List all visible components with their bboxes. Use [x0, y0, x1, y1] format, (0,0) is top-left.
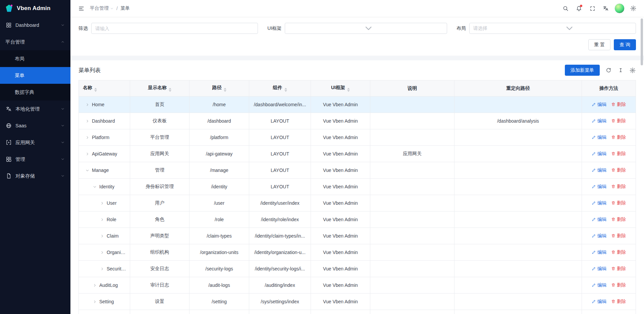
- expand-icon[interactable]: [85, 119, 90, 123]
- edit-button[interactable]: 编辑: [592, 102, 606, 108]
- redirect-cell: [454, 211, 582, 228]
- framework-cell: Vue Vben Admin: [311, 211, 370, 228]
- component-cell: /auditing/index: [249, 277, 311, 294]
- delete-button[interactable]: 删除: [611, 118, 626, 124]
- menu-fold-icon[interactable]: [75, 2, 87, 14]
- fullscreen-icon[interactable]: [586, 2, 598, 14]
- component-cell: /identity/security-logs/i...: [249, 261, 311, 277]
- expand-icon[interactable]: [100, 250, 104, 255]
- filter-actions: 重 置 查 询: [78, 39, 636, 50]
- description-cell: [370, 162, 454, 179]
- table-row: Role角色/role/identity/role/indexVue Vben …: [79, 211, 636, 228]
- edit-button[interactable]: 编辑: [592, 184, 606, 190]
- settings-icon[interactable]: [627, 2, 639, 14]
- breadcrumb-parent[interactable]: 平台管理: [90, 5, 114, 11]
- table-row: Identity身份标识管理/identityLAYOUTVue Vben Ad…: [79, 179, 636, 195]
- breadcrumb-current[interactable]: 菜单: [120, 5, 130, 11]
- framework-cell: Vue Vben Admin: [311, 261, 370, 277]
- filter-card: 筛选 UI框架 Vue Vben Admin 布局: [70, 17, 644, 56]
- chevron-down-icon: [291, 23, 445, 34]
- column-header-4[interactable]: UI框架: [311, 80, 370, 97]
- edit-button[interactable]: 编辑: [592, 249, 606, 255]
- column-label: UI框架: [331, 85, 345, 90]
- edit-button[interactable]: 编辑: [592, 151, 606, 157]
- edit-button[interactable]: 编辑: [592, 299, 606, 305]
- search-icon[interactable]: [559, 2, 572, 14]
- sort-icon: [224, 88, 226, 92]
- refresh-icon[interactable]: [605, 67, 612, 74]
- delete-button[interactable]: 删除: [611, 249, 626, 255]
- edit-button[interactable]: 编辑: [592, 134, 606, 140]
- expand-icon[interactable]: [100, 201, 104, 205]
- collapse-icon[interactable]: [85, 168, 90, 173]
- expand-icon[interactable]: [100, 267, 104, 271]
- delete-button[interactable]: 删除: [611, 102, 626, 108]
- delete-button[interactable]: 删除: [611, 200, 626, 206]
- expand-icon[interactable]: [100, 234, 104, 238]
- sidebar-item-platform-management[interactable]: 平台管理: [0, 34, 70, 50]
- delete-button[interactable]: 删除: [611, 299, 626, 305]
- expand-icon[interactable]: [85, 152, 90, 156]
- filter-layout-select[interactable]: 请选择: [469, 23, 636, 34]
- main-area: 平台管理 / 菜单: [70, 0, 644, 314]
- column-header-3[interactable]: 组件: [249, 80, 311, 97]
- sidebar-item-menu[interactable]: 菜单: [0, 67, 70, 84]
- sidebar-item-saas[interactable]: Saas: [0, 117, 70, 134]
- row-height-icon[interactable]: [617, 67, 624, 74]
- expand-icon[interactable]: [93, 283, 97, 288]
- redirect-cell: [454, 261, 582, 277]
- expand-icon[interactable]: [85, 135, 90, 140]
- delete-button[interactable]: 删除: [611, 151, 626, 157]
- filter-keyword-input[interactable]: [95, 26, 254, 31]
- sidebar-item-manage[interactable]: 管理: [0, 151, 70, 168]
- column-header-1[interactable]: 显示名称: [130, 80, 190, 97]
- actions-cell: 编辑删除: [582, 129, 636, 146]
- sidebar-item-app-gateway[interactable]: 应用网关: [0, 134, 70, 151]
- filter-framework-select[interactable]: Vue Vben Admin: [285, 23, 447, 34]
- edit-button[interactable]: 编辑: [592, 167, 606, 173]
- edit-button[interactable]: 编辑: [592, 200, 606, 206]
- translate-icon[interactable]: [600, 2, 612, 14]
- sort-icon: [347, 88, 350, 92]
- vertical-scrollbar[interactable]: [641, 18, 643, 65]
- delete-button[interactable]: 删除: [611, 233, 626, 239]
- column-settings-icon[interactable]: [629, 67, 636, 74]
- actions-cell: 编辑删除: [582, 244, 636, 261]
- expand-icon[interactable]: [100, 217, 104, 222]
- column-header-2[interactable]: 路径: [190, 80, 249, 97]
- search-button[interactable]: 查 询: [614, 39, 636, 50]
- column-header-0[interactable]: 名称: [79, 80, 130, 97]
- column-header-7: 操作方法: [582, 80, 636, 97]
- delete-button[interactable]: 删除: [611, 134, 626, 140]
- expand-icon[interactable]: [93, 300, 97, 304]
- path-cell: /user: [190, 195, 249, 211]
- sidebar-item-label: 菜单: [15, 72, 65, 79]
- chevron-down-icon: [60, 140, 65, 145]
- expand-icon[interactable]: [85, 103, 90, 107]
- avatar[interactable]: [614, 3, 625, 13]
- collapse-icon[interactable]: [93, 185, 97, 189]
- delete-button[interactable]: 删除: [611, 184, 626, 190]
- sidebar-item-data-dictionary[interactable]: 数据字典: [0, 84, 70, 101]
- edit-button[interactable]: 编辑: [592, 282, 606, 288]
- name-cell: Setting: [79, 294, 130, 310]
- bell-icon[interactable]: [573, 2, 585, 14]
- sidebar-item-localization[interactable]: 本地化管理: [0, 101, 70, 117]
- table-row: Security...安全日志/security-logs/identity/s…: [79, 261, 636, 277]
- sidebar-item-dashboard[interactable]: Dashboard: [0, 17, 70, 34]
- delete-button[interactable]: 删除: [611, 266, 626, 272]
- delete-button[interactable]: 删除: [611, 167, 626, 173]
- edit-button[interactable]: 编辑: [592, 266, 606, 272]
- edit-button[interactable]: 编辑: [592, 216, 606, 223]
- add-menu-button[interactable]: 添加新菜单: [565, 65, 600, 76]
- reset-button[interactable]: 重 置: [588, 39, 610, 50]
- description-cell: [370, 129, 454, 146]
- sidebar-item-layout[interactable]: 布局: [0, 50, 70, 67]
- name-cell: Platform: [79, 129, 130, 146]
- logo[interactable]: Vben Admin: [0, 0, 70, 17]
- edit-button[interactable]: 编辑: [592, 118, 606, 124]
- sidebar-item-object-storage[interactable]: 对象存储: [0, 168, 70, 184]
- delete-button[interactable]: 删除: [611, 282, 626, 288]
- edit-button[interactable]: 编辑: [592, 233, 606, 239]
- delete-button[interactable]: 删除: [611, 216, 626, 223]
